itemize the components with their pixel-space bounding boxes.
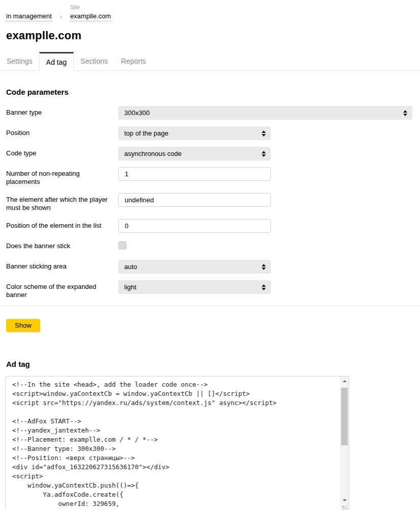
- sticking-area-label: Banner sticking area: [6, 260, 108, 271]
- ad-tag-code-text[interactable]: <!--In the site <head>, add the loader c…: [6, 377, 349, 510]
- element-position-label: Position of the element in the list: [6, 219, 108, 230]
- scroll-up-icon[interactable]: [343, 380, 347, 382]
- placements-label: Number of non-repeating placements: [6, 167, 108, 186]
- form-row-banner-type: Banner type 300x300: [6, 106, 412, 120]
- code-type-label: Code type: [6, 147, 108, 157]
- tab-ad-tag[interactable]: Ad tag: [39, 52, 74, 71]
- breadcrumb: in management › Site examplle.com: [6, 4, 412, 21]
- ad-tag-code-area[interactable]: <!--In the site <head>, add the loader c…: [5, 376, 349, 510]
- code-vertical-scrollbar[interactable]: [340, 377, 349, 505]
- form-row-placements: Number of non-repeating placements: [6, 167, 412, 186]
- banner-type-label: Banner type: [6, 106, 108, 117]
- form-row-sticking-area: Banner sticking area auto: [6, 260, 412, 274]
- select-arrows-icon: [262, 151, 266, 157]
- position-label: Position: [6, 126, 108, 137]
- tab-sections[interactable]: Sections: [74, 52, 115, 70]
- banner-stick-checkbox[interactable]: [118, 241, 127, 250]
- page-header: in management › Site examplle.com exampl…: [0, 0, 420, 42]
- form-row-code-type: Code type asynchronous code: [6, 147, 412, 160]
- tab-bar: Settings Ad tag Sections Reports: [0, 52, 420, 71]
- form-row-position: Position top of the page: [6, 126, 412, 140]
- select-arrows-icon: [262, 284, 266, 290]
- code-parameters-heading: Code parameters: [6, 88, 412, 96]
- element-after-input[interactable]: [118, 193, 271, 207]
- scroll-down-icon[interactable]: [343, 499, 347, 501]
- color-scheme-select[interactable]: light: [118, 280, 271, 294]
- select-arrows-icon: [262, 264, 266, 270]
- section-divider: [0, 306, 420, 306]
- breadcrumb-back-link[interactable]: in management: [6, 12, 52, 21]
- position-select[interactable]: top of the page: [118, 126, 271, 140]
- element-position-input[interactable]: [118, 219, 271, 233]
- code-type-value: asynchronous code: [124, 150, 182, 157]
- ad-tag-heading: Ad tag: [6, 360, 412, 368]
- banner-type-select[interactable]: 300x300: [118, 106, 412, 120]
- position-value: top of the page: [124, 129, 169, 137]
- show-button[interactable]: Show: [6, 319, 40, 332]
- placements-input[interactable]: [118, 167, 271, 181]
- element-after-label: The element after which the player must …: [6, 193, 108, 212]
- textarea-resize-handle[interactable]: [341, 504, 348, 510]
- breadcrumb-site-caption: Site: [70, 4, 111, 11]
- code-parameters-form: Banner type 300x300 Position top of the …: [6, 106, 412, 299]
- banner-type-value: 300x300: [124, 109, 150, 117]
- form-row-color-scheme: Color scheme of the expanded banner ligh…: [6, 280, 412, 299]
- breadcrumb-separator-icon: ›: [60, 13, 62, 20]
- page-title: examplle.com: [6, 29, 412, 42]
- breadcrumb-site-link[interactable]: examplle.com: [70, 12, 111, 21]
- tab-settings[interactable]: Settings: [0, 52, 39, 70]
- tab-reports[interactable]: Reports: [115, 52, 153, 70]
- select-arrows-icon: [403, 110, 407, 116]
- color-scheme-label: Color scheme of the expanded banner: [6, 280, 108, 299]
- sticking-area-value: auto: [124, 263, 137, 271]
- code-type-select[interactable]: asynchronous code: [118, 147, 271, 160]
- form-row-element-position: Position of the element in the list: [6, 219, 412, 233]
- form-row-banner-stick: Does the banner stick: [6, 239, 412, 253]
- sticking-area-select[interactable]: auto: [118, 260, 271, 274]
- scrollbar-thumb[interactable]: [341, 388, 348, 445]
- banner-stick-label: Does the banner stick: [6, 239, 108, 250]
- select-arrows-icon: [262, 130, 266, 137]
- color-scheme-value: light: [124, 283, 136, 291]
- form-row-element-after: The element after which the player must …: [6, 193, 412, 212]
